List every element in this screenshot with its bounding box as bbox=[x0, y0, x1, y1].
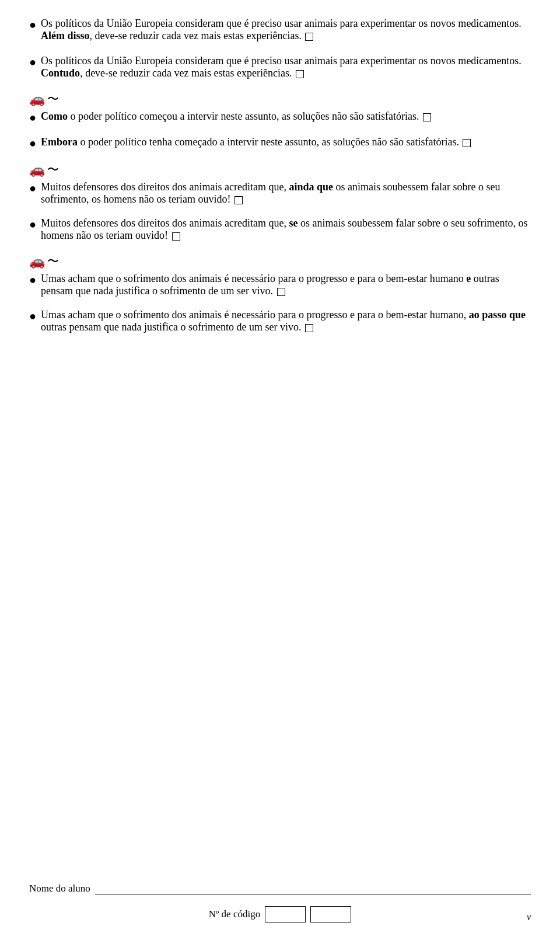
codigo-row: Nº de código bbox=[29, 906, 531, 922]
bullet-icon-7: ● bbox=[29, 273, 36, 287]
section-1: ● Os políticos da União Europeia conside… bbox=[29, 18, 531, 79]
section-3: 🚗 〜 ● Muitos defensores dos direitos dos… bbox=[29, 162, 531, 242]
bullet-item-3: ● Como o poder político começou a interv… bbox=[29, 110, 531, 124]
wave-icon-3: 〜 bbox=[47, 253, 59, 269]
car-icon-2: 🚗 bbox=[29, 162, 45, 177]
footer-area: Nome do aluno Nº de código v bbox=[29, 883, 531, 922]
audio-icon-row-3: 🚗 〜 bbox=[29, 253, 531, 269]
checkbox-3[interactable] bbox=[423, 113, 431, 121]
checkbox-8[interactable] bbox=[305, 324, 313, 332]
bullet-text-5: Muitos defensores dos direitos dos anima… bbox=[41, 181, 531, 206]
bullet-text-8: Umas acham que o sofrimento dos animais … bbox=[41, 309, 531, 333]
checkbox-2[interactable] bbox=[296, 70, 304, 78]
wave-icon-1: 〜 bbox=[47, 91, 59, 107]
codigo-box-1[interactable] bbox=[265, 906, 306, 922]
checkbox-1[interactable] bbox=[305, 33, 313, 41]
bullet-icon-2: ● bbox=[29, 55, 36, 69]
bullet-icon-4: ● bbox=[29, 137, 36, 150]
car-icon-1: 🚗 bbox=[29, 92, 45, 107]
bullet-item-8: ● Umas acham que o sofrimento dos animai… bbox=[29, 309, 531, 333]
bullet-item-7: ● Umas acham que o sofrimento dos animai… bbox=[29, 273, 531, 297]
nome-label: Nome do aluno bbox=[29, 883, 90, 894]
checkbox-4[interactable] bbox=[463, 139, 471, 147]
bullet-item-5: ● Muitos defensores dos direitos dos ani… bbox=[29, 181, 531, 206]
bullet-text-1: Os políticos da União Europeia considera… bbox=[41, 18, 531, 42]
bullet-icon-6: ● bbox=[29, 218, 36, 231]
checkbox-5[interactable] bbox=[235, 196, 243, 204]
codigo-label: Nº de código bbox=[209, 908, 260, 920]
bullet-icon-3: ● bbox=[29, 111, 36, 124]
bullet-text-2: Os políticos da União Europeia considera… bbox=[41, 55, 531, 79]
section-4: 🚗 〜 ● Umas acham que o sofrimento dos an… bbox=[29, 253, 531, 333]
bullet-text-3: Como o poder político começou a intervir… bbox=[41, 110, 431, 123]
nome-underline bbox=[95, 883, 531, 894]
bullet-item-2: ● Os políticos da União Europeia conside… bbox=[29, 55, 531, 79]
checkbox-7[interactable] bbox=[277, 288, 285, 296]
wave-icon-2: 〜 bbox=[47, 162, 59, 177]
section-2: 🚗 〜 ● Como o poder político começou a in… bbox=[29, 91, 531, 150]
codigo-box-2[interactable] bbox=[310, 906, 351, 922]
audio-icon-row-1: 🚗 〜 bbox=[29, 91, 531, 107]
bullet-icon-5: ● bbox=[29, 182, 36, 195]
bullet-icon-8: ● bbox=[29, 309, 36, 323]
audio-icon-row-2: 🚗 〜 bbox=[29, 162, 531, 177]
bullet-item-6: ● Muitos defensores dos direitos dos ani… bbox=[29, 217, 531, 242]
bullet-item-4: ● Embora o poder político tenha começado… bbox=[29, 136, 531, 150]
page-letter: v bbox=[527, 912, 531, 922]
car-icon-3: 🚗 bbox=[29, 254, 45, 269]
bullet-text-7: Umas acham que o sofrimento dos animais … bbox=[41, 273, 531, 297]
nome-row: Nome do aluno bbox=[29, 883, 531, 894]
bullet-text-6: Muitos defensores dos direitos dos anima… bbox=[41, 217, 531, 242]
bullet-text-4: Embora o poder político tenha começado a… bbox=[41, 136, 471, 148]
bullet-item-1: ● Os políticos da União Europeia conside… bbox=[29, 18, 531, 42]
checkbox-6[interactable] bbox=[172, 232, 180, 241]
page: ● Os políticos da União Europeia conside… bbox=[29, 18, 531, 928]
bullet-icon-1: ● bbox=[29, 18, 36, 32]
